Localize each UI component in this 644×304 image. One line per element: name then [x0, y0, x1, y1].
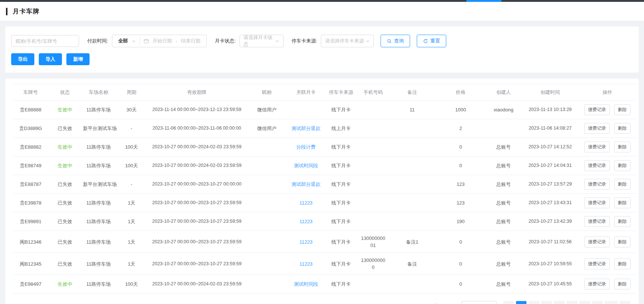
- page-size-select[interactable]: 10条/页: [461, 301, 497, 304]
- page-button-277[interactable]: 277: [605, 301, 618, 304]
- delete-button[interactable]: 删除: [614, 142, 631, 152]
- delete-button[interactable]: 删除: [614, 179, 631, 190]
- nickname-cell: [246, 231, 287, 253]
- delete-button[interactable]: 删除: [614, 197, 631, 208]
- monthly-card-link[interactable]: 测试部分退款: [291, 181, 321, 187]
- status-cell: 生效中: [49, 138, 81, 156]
- plate-cell: 贵D3889G: [13, 119, 49, 138]
- card-status-select[interactable]: 请选择月卡状态: [240, 35, 284, 47]
- search-button[interactable]: 查询: [381, 35, 410, 47]
- status-cell: 已失效: [49, 119, 81, 138]
- period-cell: 1天: [116, 194, 147, 212]
- import-button[interactable]: 导入: [39, 53, 62, 65]
- monthly-card-link[interactable]: 11223: [299, 219, 312, 224]
- monthly-card-cell: 11223: [287, 194, 325, 212]
- phone-cell: [357, 194, 389, 212]
- monthly-card-cell: [287, 101, 325, 119]
- plate-cell: 贵E39878: [13, 194, 49, 212]
- title-accent-bar: [6, 8, 7, 15]
- page-header: 月卡车牌: [0, 2, 644, 21]
- delete-button[interactable]: 删除: [614, 279, 631, 289]
- payment-time-range-control: 全部 开始日期 - 结束日期: [112, 35, 207, 47]
- search-button-label: 查询: [394, 38, 404, 44]
- main-content: 付款时间: 全部 开始日期 - 结束日期 月卡状态: 请选择月卡状态: [0, 21, 644, 304]
- actions-cell: 缴费记录 删除: [579, 119, 636, 138]
- period-cell: 100天: [116, 138, 147, 156]
- delete-button[interactable]: 删除: [614, 123, 631, 134]
- created-cell: 2023-10-27 10:59:55: [521, 253, 579, 275]
- validity-cell: 2023-10-27 00:00:00~2024-02-03 23:59:59: [147, 138, 246, 156]
- page-button-4[interactable]: 4: [554, 301, 565, 304]
- park-cell: 11路停车场: [81, 275, 116, 294]
- next-page-button[interactable]: ›: [620, 301, 630, 304]
- price-cell: 0: [435, 231, 486, 253]
- page-ellipsis[interactable]: •••: [592, 301, 603, 304]
- validity-cell: 2023-11-06 00:00:00~2023-11-06 00:00:00: [147, 119, 246, 138]
- delete-button[interactable]: 删除: [614, 259, 631, 269]
- date-range-picker[interactable]: 开始日期 - 结束日期: [140, 38, 206, 44]
- creator-cell: xiaodong: [486, 101, 521, 119]
- chevron-down-icon: [275, 39, 279, 43]
- keyword-search-input[interactable]: [11, 35, 79, 47]
- delete-button[interactable]: 删除: [614, 237, 631, 247]
- payment-records-button[interactable]: 缴费记录: [584, 279, 610, 289]
- monthly-card-link[interactable]: 测试时间段: [294, 163, 318, 168]
- reset-button[interactable]: 重置: [417, 35, 446, 47]
- page-button-1[interactable]: 1: [516, 301, 526, 304]
- monthly-card-link[interactable]: 11223: [299, 261, 312, 267]
- monthly-card-link[interactable]: 测试时间段: [294, 281, 318, 287]
- payment-records-button[interactable]: 缴费记录: [584, 142, 610, 152]
- phone-cell: [357, 119, 389, 138]
- monthly-card-link[interactable]: 测试部分退款: [291, 126, 321, 131]
- park-cell: 11路停车场: [81, 156, 116, 175]
- actions-cell: 缴费记录 删除: [579, 253, 636, 275]
- payment-records-button[interactable]: 缴费记录: [584, 237, 610, 247]
- creator-cell: 总账号: [486, 138, 521, 156]
- payment-records-button[interactable]: 缴费记录: [584, 179, 610, 190]
- col-period: 周期: [116, 84, 147, 101]
- remark-cell: [389, 119, 435, 138]
- export-button[interactable]: 导出: [11, 53, 34, 65]
- top-progress-bar: [0, 0, 644, 2]
- delete-button[interactable]: 删除: [614, 104, 631, 115]
- park-cell: 新平台测试车场: [81, 175, 116, 194]
- phone-cell: [357, 212, 389, 231]
- source-cell: 线下月卡: [325, 212, 357, 231]
- top-progress-segment: [466, 0, 501, 2]
- card-source-select[interactable]: 请选择停车卡来源: [321, 35, 374, 47]
- table-header: 车牌号 状态 车场名称 周期 有效期限 昵称 关联月卡 停车卡来源 手机号码 备…: [13, 84, 636, 101]
- add-button[interactable]: 新增: [66, 53, 90, 65]
- payment-records-button[interactable]: 缴费记录: [584, 160, 610, 171]
- prev-page-button[interactable]: ‹: [503, 301, 514, 304]
- payment-records-button[interactable]: 缴费记录: [584, 216, 610, 227]
- payment-records-button[interactable]: 缴费记录: [584, 197, 610, 208]
- status-badge: 生效中: [58, 281, 72, 287]
- page-button-5[interactable]: 5: [567, 301, 577, 304]
- monthly-card-link[interactable]: 11223: [299, 200, 312, 206]
- col-price: 价格: [435, 84, 486, 101]
- phone-cell: [357, 138, 389, 156]
- page-button-2[interactable]: 2: [529, 301, 539, 304]
- date-separator: -: [176, 38, 177, 44]
- monthly-card-cell: 11223: [287, 212, 325, 231]
- monthly-card-link[interactable]: 分段计费: [296, 144, 316, 150]
- creator-cell: 总账号: [486, 275, 521, 294]
- payment-records-button[interactable]: 缴费记录: [584, 259, 610, 269]
- validity-cell: 2023-10-27 00:00:00~2023-10-27 23:59:59: [147, 212, 246, 231]
- creator-cell: 总账号: [486, 175, 521, 194]
- remark-cell: 11: [389, 101, 435, 119]
- created-cell: 2023-11-13 10:13:29: [521, 101, 579, 119]
- source-cell: 线下月卡: [325, 101, 357, 119]
- delete-button[interactable]: 删除: [614, 216, 631, 227]
- page-button-3[interactable]: 3: [541, 301, 552, 304]
- payment-records-button[interactable]: 缴费记录: [584, 123, 610, 134]
- page-button-6[interactable]: 6: [579, 301, 590, 304]
- phone-number: 13000000001: [360, 235, 386, 249]
- payment-time-range-select[interactable]: 全部: [112, 38, 140, 44]
- monthly-card-link[interactable]: 11223: [299, 239, 312, 245]
- end-date-placeholder: 结束日期: [181, 38, 200, 44]
- phone-number: 1300000000: [360, 257, 386, 271]
- nickname-cell: [246, 138, 287, 156]
- payment-records-button[interactable]: 缴费记录: [584, 104, 610, 115]
- delete-button[interactable]: 删除: [614, 160, 631, 171]
